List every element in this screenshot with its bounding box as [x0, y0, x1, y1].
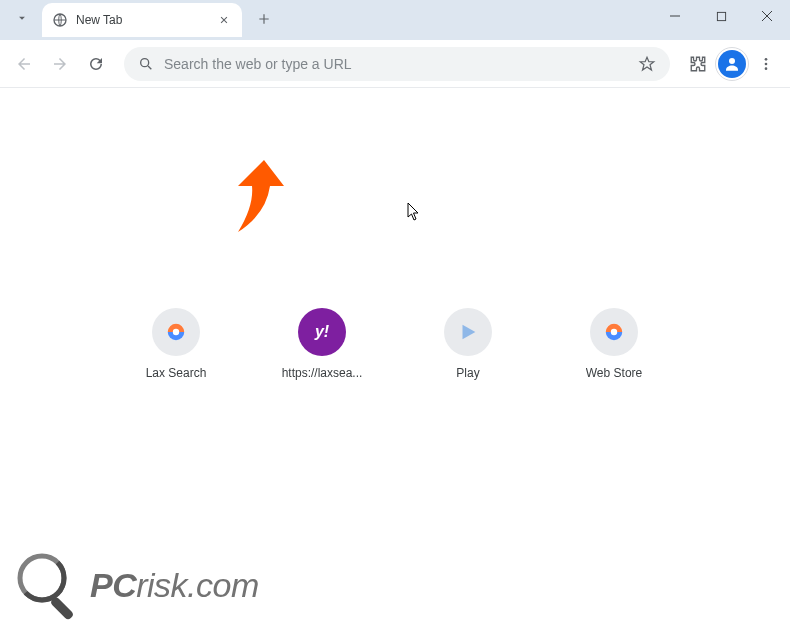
magnifier-icon [14, 550, 84, 620]
minimize-icon [669, 10, 681, 22]
forward-button[interactable] [44, 48, 76, 80]
extensions-button[interactable] [682, 48, 714, 80]
toolbar [0, 40, 790, 88]
plus-icon [257, 12, 271, 26]
shortcut-label: Web Store [586, 366, 642, 380]
browser-tab[interactable]: New Tab [42, 3, 242, 37]
shortcut-play[interactable]: Play [423, 308, 513, 380]
shortcut-web-store[interactable]: Web Store [569, 308, 659, 380]
close-icon [761, 10, 773, 22]
svg-point-5 [765, 62, 768, 65]
minimize-button[interactable] [652, 0, 698, 32]
shortcut-laxsea[interactable]: y! https://laxsea... [277, 308, 367, 380]
menu-button[interactable] [750, 48, 782, 80]
shortcuts-row: Lax Search y! https://laxsea... Play Web… [0, 308, 790, 380]
close-window-button[interactable] [744, 0, 790, 32]
shortcut-label: Lax Search [146, 366, 207, 380]
search-icon [138, 56, 154, 72]
svg-rect-13 [50, 596, 75, 620]
annotation-arrow-icon [208, 158, 298, 248]
avatar-ring [715, 47, 749, 81]
svg-point-12 [14, 550, 73, 609]
play-triangle-icon [457, 321, 479, 343]
svg-point-10 [611, 329, 617, 335]
tab-search-button[interactable] [8, 4, 36, 32]
maximize-icon [716, 11, 727, 22]
tab-close-button[interactable] [216, 12, 232, 28]
new-tab-page: Lax Search y! https://laxsea... Play Web… [0, 88, 790, 632]
yahoo-icon: y! [315, 323, 329, 341]
shortcut-tile: y! [298, 308, 346, 356]
shortcut-label: https://laxsea... [282, 366, 363, 380]
shortcut-lax-search[interactable]: Lax Search [131, 308, 221, 380]
shortcut-label: Play [456, 366, 479, 380]
globe-color-icon [165, 321, 187, 343]
shortcut-tile [590, 308, 638, 356]
globe-icon [52, 12, 68, 28]
omnibox[interactable] [124, 47, 670, 81]
shortcut-tile [152, 308, 200, 356]
titlebar-left: New Tab [0, 0, 278, 40]
svg-point-4 [765, 58, 768, 61]
kebab-icon [758, 56, 774, 72]
globe-color-icon [603, 321, 625, 343]
arrow-left-icon [15, 55, 33, 73]
window-controls [652, 0, 790, 40]
address-input[interactable] [164, 56, 628, 72]
reload-icon [87, 55, 105, 73]
titlebar: New Tab [0, 0, 790, 40]
watermark: PCrisk.com [14, 550, 259, 620]
watermark-text: PCrisk.com [90, 566, 259, 605]
reload-button[interactable] [80, 48, 112, 80]
shortcut-tile [444, 308, 492, 356]
maximize-button[interactable] [698, 0, 744, 32]
svg-rect-1 [717, 12, 725, 20]
bookmark-star-icon[interactable] [638, 55, 656, 73]
tab-title: New Tab [76, 13, 208, 27]
profile-button[interactable] [718, 50, 746, 78]
cursor-icon [407, 202, 421, 222]
arrow-right-icon [51, 55, 69, 73]
chevron-down-icon [15, 11, 29, 25]
back-button[interactable] [8, 48, 40, 80]
puzzle-icon [689, 55, 707, 73]
svg-point-6 [765, 67, 768, 70]
new-tab-button[interactable] [250, 5, 278, 33]
svg-point-2 [141, 58, 149, 66]
close-icon [219, 15, 229, 25]
svg-point-8 [173, 329, 179, 335]
